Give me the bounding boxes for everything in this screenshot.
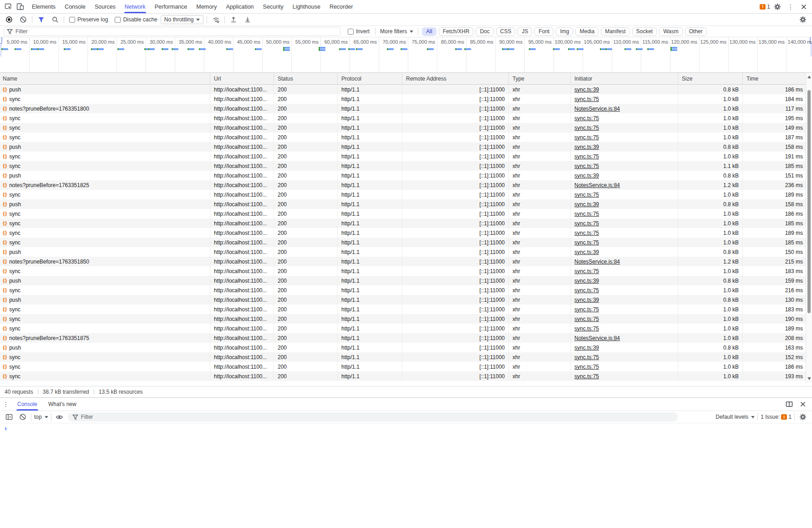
initiator-link[interactable]: sync.ts:75 bbox=[574, 163, 599, 169]
filter-chip-js[interactable]: JS bbox=[518, 27, 532, 36]
initiator-link[interactable]: sync.ts:39 bbox=[574, 249, 599, 255]
tab-application[interactable]: Application bbox=[221, 0, 258, 13]
kebab-menu-icon[interactable]: ⋮ bbox=[785, 1, 797, 12]
table-row[interactable]: {:}synchttp://localhost:1100...200http/1… bbox=[0, 161, 812, 171]
initiator-link[interactable]: sync.ts:75 bbox=[574, 125, 599, 131]
initiator-link[interactable]: sync.ts:75 bbox=[574, 153, 599, 160]
preserve-log-toggle[interactable]: Preserve log bbox=[69, 16, 108, 23]
filter-chip-media[interactable]: Media bbox=[575, 27, 599, 36]
export-har-icon[interactable] bbox=[242, 14, 253, 25]
device-toolbar-icon[interactable] bbox=[15, 1, 25, 12]
filter-chip-manifest[interactable]: Manifest bbox=[601, 27, 629, 36]
filter-chip-doc[interactable]: Doc bbox=[476, 27, 493, 36]
disable-cache-toggle[interactable]: Disable cache bbox=[115, 16, 157, 23]
initiator-link[interactable]: sync.ts:75 bbox=[574, 134, 599, 141]
initiator-link[interactable]: sync.ts:75 bbox=[574, 306, 599, 313]
drawer-close-icon[interactable] bbox=[797, 399, 808, 410]
initiator-link[interactable]: sync.ts:75 bbox=[574, 287, 599, 294]
import-har-icon[interactable] bbox=[228, 14, 239, 25]
filter-chip-font[interactable]: Font bbox=[534, 27, 553, 36]
column-header-protocol[interactable]: Protocol bbox=[338, 73, 402, 84]
filter-chip-all[interactable]: All bbox=[422, 27, 436, 36]
split-panel-icon[interactable] bbox=[784, 399, 795, 410]
initiator-link[interactable]: sync.ts:39 bbox=[574, 86, 599, 93]
network-settings-gear-icon[interactable] bbox=[797, 14, 808, 25]
table-row[interactable]: {:}notes?pruneBefore=1763351850http://lo… bbox=[0, 257, 812, 266]
table-row[interactable]: {:}synchttp://localhost:1100...200http/1… bbox=[0, 152, 812, 161]
live-expression-eye-icon[interactable] bbox=[54, 411, 65, 422]
close-icon[interactable] bbox=[798, 1, 809, 12]
table-row[interactable]: {:}pushhttp://localhost:1100...200http/1… bbox=[0, 142, 812, 152]
column-header-status[interactable]: Status bbox=[274, 73, 338, 84]
table-row[interactable]: {:}synchttp://localhost:1100...200http/1… bbox=[0, 94, 812, 104]
initiator-link[interactable]: sync.ts:75 bbox=[574, 96, 599, 102]
table-row[interactable]: {:}synchttp://localhost:1100...200http/1… bbox=[0, 228, 812, 238]
tab-memory[interactable]: Memory bbox=[192, 0, 221, 13]
table-row[interactable]: {:}synchttp://localhost:1100...200http/1… bbox=[0, 209, 812, 218]
filter-funnel-icon[interactable] bbox=[36, 14, 46, 25]
table-row[interactable]: {:}pushhttp://localhost:1100...200http/1… bbox=[0, 295, 812, 305]
initiator-link[interactable]: NotesService.js:84 bbox=[574, 335, 620, 341]
table-row[interactable]: {:}synchttp://localhost:1100...200http/1… bbox=[0, 266, 812, 276]
filter-chip-img[interactable]: Img bbox=[556, 27, 573, 36]
table-row[interactable]: {:}synchttp://localhost:1100...200http/1… bbox=[0, 123, 812, 132]
table-row[interactable]: {:}pushhttp://localhost:1100...200http/1… bbox=[0, 85, 812, 94]
record-network-log-icon[interactable] bbox=[4, 14, 15, 25]
table-row[interactable]: {:}pushhttp://localhost:1100...200http/1… bbox=[0, 171, 812, 180]
initiator-link[interactable]: sync.ts:39 bbox=[574, 144, 599, 150]
tab-elements[interactable]: Elements bbox=[27, 0, 60, 13]
initiator-link[interactable]: NotesService.js:84 bbox=[574, 106, 620, 112]
initiator-link[interactable]: NotesService.js:84 bbox=[574, 182, 620, 188]
table-row[interactable]: {:}synchttp://localhost:1100...200http/1… bbox=[0, 285, 812, 295]
scroll-up-icon[interactable] bbox=[807, 76, 811, 78]
initiator-link[interactable]: sync.ts:39 bbox=[574, 278, 599, 284]
initiator-link[interactable]: sync.ts:75 bbox=[574, 115, 599, 122]
initiator-link[interactable]: sync.ts:75 bbox=[574, 211, 599, 217]
preserve-log-checkbox[interactable] bbox=[69, 17, 75, 23]
initiator-link[interactable]: sync.ts:75 bbox=[574, 268, 599, 274]
table-row[interactable]: {:}notes?pruneBefore=1763351800http://lo… bbox=[0, 104, 812, 113]
table-scrollbar[interactable] bbox=[806, 73, 812, 383]
table-row[interactable]: {:}pushhttp://localhost:1100...200http/1… bbox=[0, 276, 812, 285]
initiator-link[interactable]: sync.ts:39 bbox=[574, 297, 599, 303]
tab-security[interactable]: Security bbox=[259, 0, 288, 13]
initiator-link[interactable]: sync.ts:75 bbox=[574, 239, 599, 246]
console-prompt[interactable]: › bbox=[0, 423, 812, 431]
invert-toggle[interactable]: Invert bbox=[348, 28, 370, 35]
initiator-link[interactable]: sync.ts:75 bbox=[574, 230, 599, 236]
console-sidebar-icon[interactable] bbox=[4, 411, 15, 422]
column-header-url[interactable]: Url bbox=[210, 73, 274, 84]
column-header-time[interactable]: Time bbox=[743, 73, 812, 84]
column-header-name[interactable]: Name bbox=[0, 73, 210, 84]
default-levels-select[interactable]: Default levels bbox=[716, 414, 755, 420]
table-row[interactable]: {:}synchttp://localhost:1100...200http/1… bbox=[0, 305, 812, 314]
scroll-down-icon[interactable] bbox=[807, 377, 811, 380]
console-clear-icon[interactable] bbox=[17, 411, 28, 422]
console-issues-counter[interactable]: 1 Issue: ! 1 bbox=[761, 414, 792, 420]
throttling-select[interactable]: No throttling bbox=[161, 15, 204, 24]
drawer-tab-what-s-new[interactable]: What's new bbox=[43, 398, 82, 411]
console-context-select[interactable]: top bbox=[34, 414, 48, 420]
initiator-link[interactable]: sync.ts:75 bbox=[574, 354, 599, 360]
tab-network[interactable]: Network bbox=[120, 0, 150, 13]
initiator-link[interactable]: sync.ts:75 bbox=[574, 316, 599, 322]
initiator-link[interactable]: sync.ts:39 bbox=[574, 201, 599, 208]
settings-gear-icon[interactable] bbox=[772, 1, 783, 12]
tab-performance[interactable]: Performance bbox=[150, 0, 192, 13]
table-row[interactable]: {:}synchttp://localhost:1100...200http/1… bbox=[0, 113, 812, 123]
tab-console[interactable]: Console bbox=[60, 0, 90, 13]
table-row[interactable]: {:}synchttp://localhost:1100...200http/1… bbox=[0, 371, 812, 381]
initiator-link[interactable]: sync.ts:75 bbox=[574, 364, 599, 370]
table-row[interactable]: {:}synchttp://localhost:1100...200http/1… bbox=[0, 190, 812, 199]
network-filter-input-wrap[interactable] bbox=[4, 27, 340, 36]
table-row[interactable]: {:}synchttp://localhost:1100...200http/1… bbox=[0, 218, 812, 228]
initiator-link[interactable]: sync.ts:39 bbox=[574, 345, 599, 351]
invert-checkbox[interactable] bbox=[348, 29, 354, 35]
tab-recorder[interactable]: Recorder bbox=[325, 0, 357, 13]
column-header-remote-address[interactable]: Remote Address bbox=[402, 73, 509, 84]
column-header-size[interactable]: Size bbox=[678, 73, 743, 84]
search-icon[interactable] bbox=[50, 14, 61, 25]
inspect-element-icon[interactable] bbox=[3, 1, 14, 12]
table-row[interactable]: {:}pushhttp://localhost:1100...200http/1… bbox=[0, 343, 812, 352]
filter-chip-other[interactable]: Other bbox=[685, 27, 707, 36]
